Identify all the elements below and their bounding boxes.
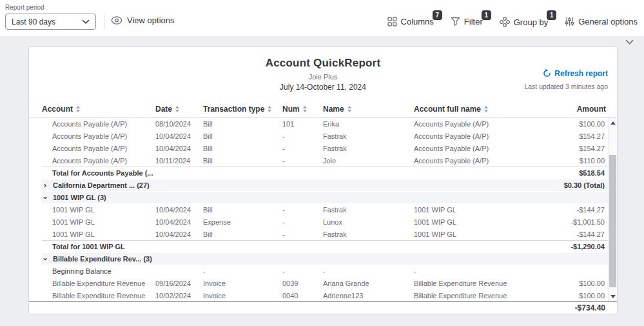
table-row[interactable]: Billable Expenditure Revenue10/02/2024In… [42,289,608,301]
cell-num: 0040 [282,292,323,300]
group-header-row[interactable]: ›California Department ... (27)$0.30 (To… [42,179,608,191]
table-row[interactable]: Billable Expenditure Revenue09/16/2024In… [42,277,608,289]
cell-account-full-name: Accounts Payable (A/P) [414,157,559,165]
group-toggle[interactable]: ⌄1001 WIP GL (3) [42,194,559,201]
cell-date: 10/04/2024 [155,230,203,238]
cell-transaction-type: Bill [203,145,282,152]
cell-amount: -$144.27 [559,230,605,238]
table-row[interactable]: Accounts Payable (A/P)10/04/2024Bill-Fas… [42,142,608,154]
group-header-row[interactable]: ⌄1001 WIP GL (3) [42,191,608,203]
table-row[interactable]: Accounts Payable (A/P)10/04/2024Bill-Fas… [42,130,608,142]
group-header-row[interactable]: ⌄Billable Expenditure Rev... (3) [42,252,608,265]
columns-label: Columns [401,17,434,26]
cell-account-full-name: - [414,267,559,275]
refresh-report-label: Refresh report [554,69,608,78]
total-amount: -$1,290.04 [559,243,605,250]
group-toggle[interactable]: ⌄Billable Expenditure Rev... (3) [42,255,559,263]
refresh-report-link[interactable]: Refresh report [543,69,608,78]
table-row[interactable]: Accounts Payable (A/P)10/11/2024Bill-Joi… [42,154,608,167]
column-header-label: Amount [577,105,606,114]
sort-carets-icon [76,106,80,112]
total-row: Total for Accounts Payable (...$518.54 [42,167,608,179]
table-row[interactable]: Accounts Payable (A/P)08/10/2024Bill101E… [42,117,608,130]
caret-up-icon [175,106,179,108]
column-header-date[interactable]: Date [155,105,203,114]
column-header-account[interactable]: Account [42,105,155,114]
scroll-up-button[interactable] [609,117,617,128]
grid-icon [387,17,397,26]
table-row[interactable]: 1001 WIP GL10/04/2024Bill-Fastrak1001 WI… [42,228,608,240]
general-options-label: General options [578,17,638,26]
circular-arrow-icon [543,69,551,77]
cell-date: 10/04/2024 [155,218,203,226]
column-header-account-full-name[interactable]: Account full name [414,105,559,114]
cell-date: 09/16/2024 [155,280,203,287]
collapse-report-icon[interactable] [622,36,636,48]
chevron-down-icon: ⌄ [42,255,48,260]
cell-account: Billable Expenditure Revenue [42,292,155,300]
group-by-button[interactable]: Group by 1 [500,13,548,27]
column-header-label: Account full name [414,105,481,114]
table-body: Accounts Payable (A/P)08/10/2024Bill101E… [29,117,608,301]
view-options-button[interactable]: View options [111,15,174,25]
caret-up-icon [347,106,351,108]
view-options-label: View options [127,15,174,25]
cell-account-full-name: Billable Expenditure Revenue [414,280,559,287]
group-amount: $0.30 (Total) [559,181,605,189]
grand-total-value: -$734.40 [575,303,605,312]
cell-transaction-type: Bill [203,230,282,238]
caret-up-icon [268,106,271,108]
triangle-down-icon [610,295,616,298]
caret-down-icon [175,110,179,112]
scroll-down-button[interactable] [609,291,617,301]
eye-icon [111,16,122,25]
group-toggle[interactable]: ›California Department ... (27) [42,181,559,189]
group-label: 1001 WIP GL (3) [53,194,106,201]
report-period-select[interactable]: Last 90 days [5,14,96,30]
table-header: AccountDateTransaction typeNumNameAccoun… [29,101,617,117]
cell-amount: $100.00 [559,292,605,300]
cell-transaction-type: Invoice [203,280,282,287]
cell-transaction-type: - [203,267,282,275]
chevron-down-icon [82,19,90,25]
cell-name: Fastrak [323,230,414,238]
table-row[interactable]: 1001 WIP GL10/04/2024Bill-Fastrak1001 WI… [42,203,608,216]
cell-name: Lunox [323,218,414,226]
column-header-amount[interactable]: Amount [559,105,606,114]
general-options-button[interactable]: General options [565,13,638,26]
table-scrollbar[interactable] [608,117,617,301]
filter-label: Filter [464,17,483,26]
chevron-down-icon: ⌄ [42,194,48,199]
report-period-label: Report period [5,4,44,11]
cell-account: Beginning Balance [42,267,155,275]
column-header-name[interactable]: Name [323,105,414,114]
sliders-icon [565,17,574,26]
column-header-num[interactable]: Num [282,105,323,114]
cell-date: 10/04/2024 [155,145,203,152]
cell-account-full-name: 1001 WIP GL [414,206,559,214]
scrollbar-thumb[interactable] [609,155,616,287]
cell-name: Erika [323,120,414,128]
filter-button[interactable]: Filter 1 [451,13,483,26]
column-header-label: Num [282,105,300,114]
cell-account: Accounts Payable (A/P) [42,132,155,140]
sort-carets-icon [303,106,307,112]
cell-account: Accounts Payable (A/P) [42,157,155,165]
column-header-transaction-type[interactable]: Transaction type [203,105,282,114]
sort-carets-icon [268,106,271,112]
cell-account: Accounts Payable (A/P) [42,145,155,152]
sort-carets-icon [347,106,351,112]
columns-button[interactable]: Columns 7 [387,13,434,26]
cell-num: - [282,157,323,165]
cell-date: 08/10/2024 [155,120,203,128]
group-label: California Department ... (27) [53,181,150,189]
table-row[interactable]: 1001 WIP GL10/04/2024Expense-Lunox1001 W… [42,216,608,228]
caret-down-icon [76,110,80,112]
column-header-label: Transaction type [203,105,264,114]
cell-name: Fastrak [323,132,414,140]
caret-up-icon [303,106,307,108]
sort-carets-icon [175,106,179,112]
cell-account-full-name: 1001 WIP GL [414,230,559,238]
cell-num: 101 [282,120,323,128]
clover-icon [500,17,510,27]
